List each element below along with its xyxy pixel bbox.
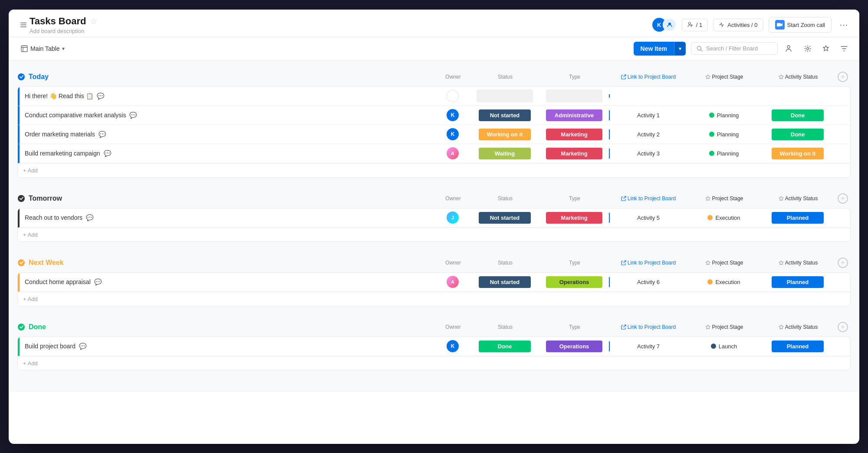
type-empty <box>546 89 602 103</box>
activity-status-cell: Done <box>761 108 835 123</box>
main-table-btn[interactable]: Main Table ▾ <box>17 43 68 54</box>
chat-icon[interactable]: 💬 <box>129 112 137 119</box>
sidebar-toggle[interactable] <box>17 19 30 31</box>
add-column-btn-done[interactable]: + <box>838 322 848 332</box>
activity-badge[interactable]: Planned <box>772 276 824 288</box>
add-row-tomorrow[interactable]: + Add <box>18 228 850 241</box>
activity-badge[interactable]: Planned <box>772 341 824 352</box>
type-cell: Marketing <box>539 127 609 142</box>
owner-cell: A <box>435 145 470 161</box>
add-column-btn-nw[interactable]: + <box>838 258 848 268</box>
col-owner-today: Owner <box>436 74 470 80</box>
add-column-btn-tomorrow[interactable]: + <box>838 193 848 204</box>
group-today-title[interactable]: Today <box>17 73 436 81</box>
avatar-status <box>663 18 677 32</box>
group-tomorrow-title[interactable]: Tomorrow <box>17 195 436 202</box>
search-placeholder: Search / Filter Board <box>706 45 758 52</box>
svg-rect-0 <box>20 23 26 23</box>
chat-icon[interactable]: 💬 <box>97 93 104 99</box>
svg-point-4 <box>688 23 690 25</box>
new-item-btn[interactable]: New Item ▾ <box>634 42 686 56</box>
type-badge[interactable]: Administrative <box>546 109 602 121</box>
table-row: Build project board 💬 K Done Operations … <box>18 337 850 356</box>
activities-count: Activities / 0 <box>727 22 757 28</box>
board-subtitle[interactable]: Add board description <box>30 28 652 34</box>
col-owner-nw: Owner <box>436 260 470 266</box>
pin-icon[interactable] <box>819 42 832 55</box>
stage-dot <box>707 279 713 284</box>
add-col-done[interactable]: + <box>835 322 851 332</box>
type-badge[interactable]: Marketing <box>546 148 602 159</box>
activity-status-cell: Planned <box>761 274 835 290</box>
status-badge[interactable]: Working on it <box>479 129 531 140</box>
status-badge[interactable]: Done <box>479 341 531 352</box>
link-cell <box>609 94 687 98</box>
search-box[interactable]: Search / Filter Board <box>691 42 778 55</box>
filter-icon[interactable] <box>838 42 851 55</box>
table-row: Hi there! 👋 Read this 📋 💬 <box>18 87 850 106</box>
activities-btn[interactable]: Activities / 0 <box>713 19 763 31</box>
zoom-btn[interactable]: Start Zoom call <box>769 17 832 33</box>
add-column-btn-today[interactable]: + <box>838 72 848 82</box>
add-col-today[interactable]: + <box>835 72 851 82</box>
settings-icon[interactable] <box>801 42 814 55</box>
status-badge[interactable]: Waiting <box>479 148 531 159</box>
new-item-dropdown-arrow[interactable]: ▾ <box>674 42 686 55</box>
owner-empty <box>447 90 459 102</box>
add-col-tomorrow[interactable]: + <box>835 193 851 204</box>
stage-cell: Execution <box>687 277 761 287</box>
row-name: Order marketing materials 💬 <box>20 127 435 141</box>
activity-badge[interactable]: Done <box>772 109 824 121</box>
add-col-nw[interactable]: + <box>835 258 851 268</box>
type-cell: Administrative <box>539 108 609 123</box>
col-status-done: Status <box>470 324 540 330</box>
activity-badge[interactable]: Working on it <box>772 148 824 159</box>
add-row-nw[interactable]: + Add <box>18 292 850 306</box>
more-btn[interactable]: ⋯ <box>837 18 851 32</box>
type-badge[interactable]: Marketing <box>546 129 602 140</box>
chat-icon[interactable]: 💬 <box>94 278 102 285</box>
link-cell: Activity 3 <box>609 149 687 159</box>
status-badge[interactable]: Not started <box>479 212 531 224</box>
row-name: Hi there! 👋 Read this 📋 💬 <box>20 89 435 103</box>
col-stage-today: Project Stage <box>687 74 761 80</box>
group-done-title[interactable]: Done <box>17 323 436 331</box>
row-name: Conduct home appraisal 💬 <box>20 275 435 289</box>
type-badge[interactable]: Operations <box>546 341 602 352</box>
activity-badge[interactable]: Done <box>772 129 824 140</box>
status-cell: Working on it <box>470 127 539 142</box>
group-today: Today Owner Status Type Link to Project … <box>17 69 851 178</box>
status-cell: Not started <box>470 108 539 123</box>
type-badge[interactable]: Marketing <box>546 212 602 224</box>
chat-icon[interactable]: 💬 <box>99 131 106 138</box>
status-cell: Waiting <box>470 146 539 161</box>
col-owner-done: Owner <box>436 324 470 330</box>
star-icon[interactable]: ☆ <box>90 17 97 26</box>
stage-dot <box>711 344 716 349</box>
add-row-done[interactable]: + Add <box>18 356 850 370</box>
chat-icon[interactable]: 💬 <box>79 343 86 350</box>
link-cell: Activity 6 <box>609 277 687 287</box>
add-row-today[interactable]: + Add <box>18 163 850 177</box>
col-activity-done: Activity Status <box>761 324 835 330</box>
person-filter-icon[interactable] <box>783 42 796 55</box>
svg-rect-6 <box>21 46 27 52</box>
status-badge[interactable]: Not started <box>479 109 531 121</box>
group-next-week-title[interactable]: Next Week <box>17 259 436 267</box>
owner-avatar: K <box>447 128 459 140</box>
content: Today Owner Status Type Link to Project … <box>9 60 859 392</box>
status-badge[interactable]: Not started <box>479 276 531 288</box>
status-cell: Done <box>470 339 539 354</box>
col-stage-tomorrow: Project Stage <box>687 195 761 202</box>
activity-badge[interactable]: Planned <box>772 212 824 224</box>
owner-cell: K <box>435 338 470 354</box>
tomorrow-icon <box>17 195 25 202</box>
invite-btn[interactable]: / 1 <box>682 19 708 31</box>
activity-status-cell: Planned <box>761 210 835 225</box>
type-badge[interactable]: Operations <box>546 276 602 288</box>
title-row: Tasks Board ☆ <box>30 16 652 27</box>
chat-icon[interactable]: 💬 <box>86 214 93 221</box>
tomorrow-table: Reach out to vendors 💬 J Not started Mar… <box>17 208 851 242</box>
chat-icon[interactable]: 💬 <box>104 150 111 157</box>
svg-point-10 <box>18 73 25 80</box>
